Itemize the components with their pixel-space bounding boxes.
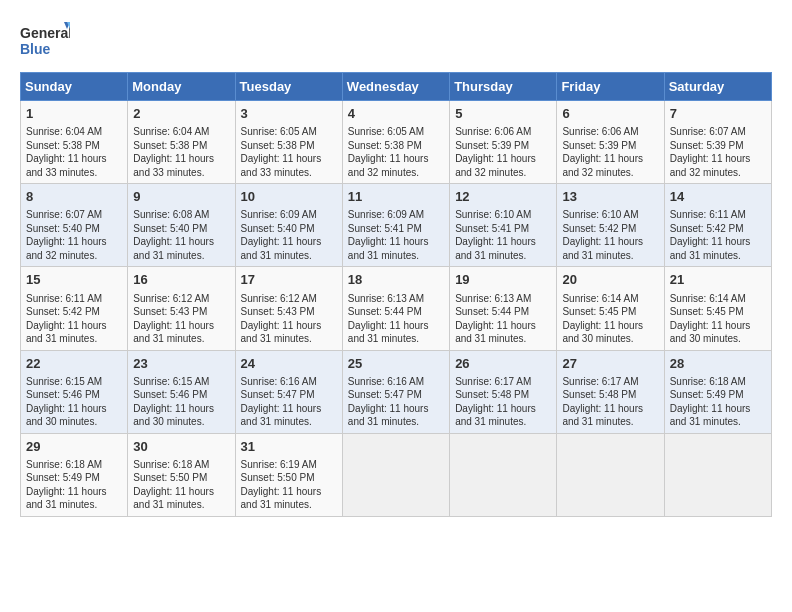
day-number: 2	[133, 105, 229, 123]
cell-content: Sunrise: 6:06 AMSunset: 5:39 PMDaylight:…	[455, 125, 551, 179]
calendar-cell: 30Sunrise: 6:18 AMSunset: 5:50 PMDayligh…	[128, 433, 235, 516]
cell-content: Sunrise: 6:19 AMSunset: 5:50 PMDaylight:…	[241, 458, 337, 512]
cell-content: Sunrise: 6:06 AMSunset: 5:39 PMDaylight:…	[562, 125, 658, 179]
calendar-cell: 6Sunrise: 6:06 AMSunset: 5:39 PMDaylight…	[557, 101, 664, 184]
calendar-cell: 23Sunrise: 6:15 AMSunset: 5:46 PMDayligh…	[128, 350, 235, 433]
day-header-saturday: Saturday	[664, 73, 771, 101]
cell-content: Sunrise: 6:18 AMSunset: 5:50 PMDaylight:…	[133, 458, 229, 512]
calendar-cell: 3Sunrise: 6:05 AMSunset: 5:38 PMDaylight…	[235, 101, 342, 184]
day-number: 11	[348, 188, 444, 206]
calendar-cell: 29Sunrise: 6:18 AMSunset: 5:49 PMDayligh…	[21, 433, 128, 516]
day-header-sunday: Sunday	[21, 73, 128, 101]
day-number: 26	[455, 355, 551, 373]
calendar-cell: 15Sunrise: 6:11 AMSunset: 5:42 PMDayligh…	[21, 267, 128, 350]
day-number: 8	[26, 188, 122, 206]
calendar-cell: 13Sunrise: 6:10 AMSunset: 5:42 PMDayligh…	[557, 184, 664, 267]
cell-content: Sunrise: 6:14 AMSunset: 5:45 PMDaylight:…	[670, 292, 766, 346]
cell-content: Sunrise: 6:07 AMSunset: 5:40 PMDaylight:…	[26, 208, 122, 262]
cell-content: Sunrise: 6:13 AMSunset: 5:44 PMDaylight:…	[348, 292, 444, 346]
calendar-cell: 10Sunrise: 6:09 AMSunset: 5:40 PMDayligh…	[235, 184, 342, 267]
cell-content: Sunrise: 6:16 AMSunset: 5:47 PMDaylight:…	[348, 375, 444, 429]
cell-content: Sunrise: 6:04 AMSunset: 5:38 PMDaylight:…	[133, 125, 229, 179]
calendar-cell: 14Sunrise: 6:11 AMSunset: 5:42 PMDayligh…	[664, 184, 771, 267]
day-header-monday: Monday	[128, 73, 235, 101]
calendar-cell: 19Sunrise: 6:13 AMSunset: 5:44 PMDayligh…	[450, 267, 557, 350]
cell-content: Sunrise: 6:17 AMSunset: 5:48 PMDaylight:…	[455, 375, 551, 429]
cell-content: Sunrise: 6:07 AMSunset: 5:39 PMDaylight:…	[670, 125, 766, 179]
day-header-friday: Friday	[557, 73, 664, 101]
day-number: 17	[241, 271, 337, 289]
calendar-cell: 9Sunrise: 6:08 AMSunset: 5:40 PMDaylight…	[128, 184, 235, 267]
day-header-thursday: Thursday	[450, 73, 557, 101]
calendar-cell: 22Sunrise: 6:15 AMSunset: 5:46 PMDayligh…	[21, 350, 128, 433]
svg-text:General: General	[20, 25, 70, 41]
calendar-cell: 31Sunrise: 6:19 AMSunset: 5:50 PMDayligh…	[235, 433, 342, 516]
calendar-cell: 24Sunrise: 6:16 AMSunset: 5:47 PMDayligh…	[235, 350, 342, 433]
day-number: 13	[562, 188, 658, 206]
day-number: 21	[670, 271, 766, 289]
calendar-cell: 17Sunrise: 6:12 AMSunset: 5:43 PMDayligh…	[235, 267, 342, 350]
day-number: 9	[133, 188, 229, 206]
day-number: 16	[133, 271, 229, 289]
week-row-1: 1Sunrise: 6:04 AMSunset: 5:38 PMDaylight…	[21, 101, 772, 184]
day-number: 18	[348, 271, 444, 289]
calendar-cell: 26Sunrise: 6:17 AMSunset: 5:48 PMDayligh…	[450, 350, 557, 433]
calendar-cell: 28Sunrise: 6:18 AMSunset: 5:49 PMDayligh…	[664, 350, 771, 433]
day-number: 24	[241, 355, 337, 373]
day-number: 28	[670, 355, 766, 373]
calendar-cell: 11Sunrise: 6:09 AMSunset: 5:41 PMDayligh…	[342, 184, 449, 267]
calendar-cell: 20Sunrise: 6:14 AMSunset: 5:45 PMDayligh…	[557, 267, 664, 350]
day-number: 25	[348, 355, 444, 373]
cell-content: Sunrise: 6:04 AMSunset: 5:38 PMDaylight:…	[26, 125, 122, 179]
cell-content: Sunrise: 6:09 AMSunset: 5:41 PMDaylight:…	[348, 208, 444, 262]
week-row-2: 8Sunrise: 6:07 AMSunset: 5:40 PMDaylight…	[21, 184, 772, 267]
day-number: 29	[26, 438, 122, 456]
logo: General Blue	[20, 20, 70, 62]
cell-content: Sunrise: 6:13 AMSunset: 5:44 PMDaylight:…	[455, 292, 551, 346]
day-header-wednesday: Wednesday	[342, 73, 449, 101]
day-number: 5	[455, 105, 551, 123]
week-row-4: 22Sunrise: 6:15 AMSunset: 5:46 PMDayligh…	[21, 350, 772, 433]
day-number: 14	[670, 188, 766, 206]
day-header-tuesday: Tuesday	[235, 73, 342, 101]
cell-content: Sunrise: 6:18 AMSunset: 5:49 PMDaylight:…	[670, 375, 766, 429]
cell-content: Sunrise: 6:05 AMSunset: 5:38 PMDaylight:…	[241, 125, 337, 179]
calendar-cell: 4Sunrise: 6:05 AMSunset: 5:38 PMDaylight…	[342, 101, 449, 184]
calendar-cell: 16Sunrise: 6:12 AMSunset: 5:43 PMDayligh…	[128, 267, 235, 350]
day-number: 10	[241, 188, 337, 206]
day-number: 30	[133, 438, 229, 456]
day-number: 23	[133, 355, 229, 373]
calendar-cell: 21Sunrise: 6:14 AMSunset: 5:45 PMDayligh…	[664, 267, 771, 350]
day-number: 7	[670, 105, 766, 123]
day-number: 20	[562, 271, 658, 289]
cell-content: Sunrise: 6:12 AMSunset: 5:43 PMDaylight:…	[241, 292, 337, 346]
cell-content: Sunrise: 6:15 AMSunset: 5:46 PMDaylight:…	[133, 375, 229, 429]
calendar-cell: 18Sunrise: 6:13 AMSunset: 5:44 PMDayligh…	[342, 267, 449, 350]
day-number: 27	[562, 355, 658, 373]
calendar-cell: 7Sunrise: 6:07 AMSunset: 5:39 PMDaylight…	[664, 101, 771, 184]
page-header: General Blue	[20, 20, 772, 62]
cell-content: Sunrise: 6:16 AMSunset: 5:47 PMDaylight:…	[241, 375, 337, 429]
day-number: 12	[455, 188, 551, 206]
calendar-cell: 1Sunrise: 6:04 AMSunset: 5:38 PMDaylight…	[21, 101, 128, 184]
calendar-cell	[664, 433, 771, 516]
logo-svg: General Blue	[20, 20, 70, 62]
cell-content: Sunrise: 6:18 AMSunset: 5:49 PMDaylight:…	[26, 458, 122, 512]
cell-content: Sunrise: 6:14 AMSunset: 5:45 PMDaylight:…	[562, 292, 658, 346]
calendar-cell: 2Sunrise: 6:04 AMSunset: 5:38 PMDaylight…	[128, 101, 235, 184]
cell-content: Sunrise: 6:08 AMSunset: 5:40 PMDaylight:…	[133, 208, 229, 262]
day-number: 19	[455, 271, 551, 289]
day-number: 31	[241, 438, 337, 456]
calendar-cell: 25Sunrise: 6:16 AMSunset: 5:47 PMDayligh…	[342, 350, 449, 433]
cell-content: Sunrise: 6:17 AMSunset: 5:48 PMDaylight:…	[562, 375, 658, 429]
cell-content: Sunrise: 6:05 AMSunset: 5:38 PMDaylight:…	[348, 125, 444, 179]
week-row-3: 15Sunrise: 6:11 AMSunset: 5:42 PMDayligh…	[21, 267, 772, 350]
cell-content: Sunrise: 6:11 AMSunset: 5:42 PMDaylight:…	[670, 208, 766, 262]
cell-content: Sunrise: 6:09 AMSunset: 5:40 PMDaylight:…	[241, 208, 337, 262]
calendar-cell	[450, 433, 557, 516]
svg-text:Blue: Blue	[20, 41, 51, 57]
calendar-cell	[557, 433, 664, 516]
day-number: 3	[241, 105, 337, 123]
cell-content: Sunrise: 6:10 AMSunset: 5:41 PMDaylight:…	[455, 208, 551, 262]
cell-content: Sunrise: 6:10 AMSunset: 5:42 PMDaylight:…	[562, 208, 658, 262]
